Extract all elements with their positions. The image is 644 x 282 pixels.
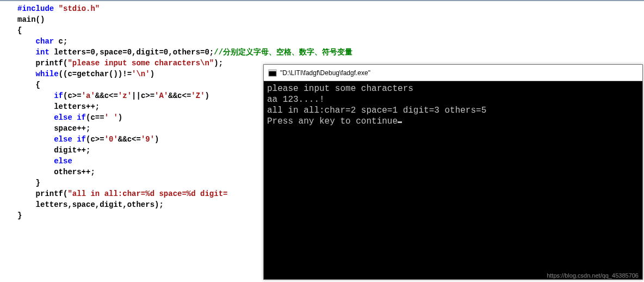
console-body[interactable]: please input some characters aa 123....!…: [264, 81, 642, 279]
console-line: aa 123....!: [267, 94, 639, 105]
code-line: {: [17, 25, 644, 36]
cursor-icon: [398, 121, 402, 123]
title-bar[interactable]: "D:\LITI\fadgf\Debug\fadgf.exe": [264, 65, 642, 81]
console-line: Press any key to continue: [267, 116, 639, 127]
code-line: #include "stdio.h": [17, 3, 644, 14]
code-line: int letters=0,space=0,digit=0,others=0;/…: [17, 47, 644, 58]
code-line: char c;: [17, 36, 644, 47]
code-line: main(): [17, 14, 644, 25]
console-window: "D:\LITI\fadgf\Debug\fadgf.exe" please i…: [263, 64, 643, 280]
console-line: please input some characters: [267, 83, 639, 94]
window-title: "D:\LITI\fadgf\Debug\fadgf.exe": [280, 69, 370, 77]
console-line: all in all:char=2 space=1 digit=3 others…: [267, 105, 639, 116]
svg-rect-1: [269, 70, 276, 71]
watermark: https://blog.csdn.net/qq_45385706: [547, 272, 639, 279]
app-icon: [268, 69, 277, 77]
